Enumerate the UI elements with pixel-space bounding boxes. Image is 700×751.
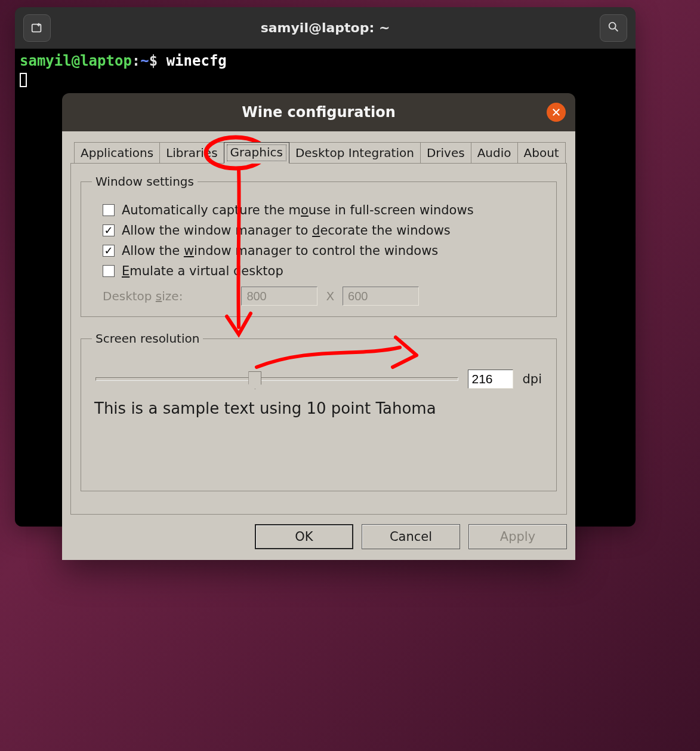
decorate-row: Allow the window manager to decorate the… [103,223,545,238]
wine-config-dialog: Wine configuration Applications Librarie… [62,93,575,560]
dpi-slider-thumb[interactable] [248,371,261,389]
terminal-prompt-path: ~ [140,53,149,69]
wine-client-area: Applications Libraries Graphics Desktop … [62,131,575,560]
terminal-title: samyil@laptop: ~ [261,20,390,35]
terminal-titlebar: samyil@laptop: ~ [15,7,636,49]
dpi-label: dpi [523,372,542,386]
terminal-prompt-user: samyil@laptop [20,53,132,69]
window-settings-group: Window settings Automatically capture th… [81,174,557,317]
tab-strip: Applications Libraries Graphics Desktop … [70,140,567,164]
close-button[interactable] [547,103,566,122]
terminal-prompt-symbol: $ [149,53,166,69]
terminal-prompt-colon: : [132,53,140,69]
decorate-label[interactable]: Allow the window manager to decorate the… [122,223,451,238]
terminal-command: winecfg [166,53,227,69]
svg-point-1 [609,22,616,29]
control-row: Allow the window manager to control the … [103,244,545,258]
apply-button: Apply [468,524,567,549]
dpi-slider-row: dpi [95,370,542,389]
terminal-search-button[interactable] [600,14,627,42]
tab-audio[interactable]: Audio [471,142,518,164]
emulate-checkbox[interactable] [103,265,115,277]
emulate-row: Emulate a virtual desktop [103,264,545,278]
tab-libraries[interactable]: Libraries [159,142,224,164]
desktop-width-input [241,287,317,306]
desktop-height-input [343,287,419,306]
screen-resolution-legend: Screen resolution [92,331,203,346]
tab-desktop-integration[interactable]: Desktop Integration [289,142,421,164]
dpi-input[interactable] [468,370,513,389]
emulate-label[interactable]: Emulate a virtual desktop [122,264,283,278]
sample-text: This is a sample text using 10 point Tah… [94,399,543,417]
new-tab-button[interactable] [23,14,51,42]
tab-about[interactable]: About [517,142,566,164]
window-settings-legend: Window settings [92,174,198,189]
wine-title: Wine configuration [242,104,396,121]
close-icon [552,106,560,119]
dpi-slider[interactable] [95,377,458,381]
wine-titlebar[interactable]: Wine configuration [62,93,575,131]
auto-capture-row: Automatically capture the mouse in full-… [103,203,545,217]
desktop-size-label: Desktop size: [103,289,183,303]
decorate-checkbox[interactable] [103,224,115,236]
tab-drives[interactable]: Drives [420,142,471,164]
auto-capture-checkbox[interactable] [103,204,115,216]
tab-panel: Window settings Automatically capture th… [70,163,567,515]
cancel-button[interactable]: Cancel [362,524,460,549]
auto-capture-label[interactable]: Automatically capture the mouse in full-… [122,203,474,217]
tab-graphics[interactable]: Graphics [224,142,289,164]
desktop-size-row: Desktop size: X [103,287,545,306]
svg-rect-0 [32,24,41,32]
dialog-button-row: OK Cancel Apply [70,524,567,549]
control-label[interactable]: Allow the window manager to control the … [122,244,438,258]
tab-applications[interactable]: Applications [74,142,160,164]
terminal-cursor [20,73,27,87]
size-x-label: X [326,289,334,303]
ok-button[interactable]: OK [255,524,353,549]
control-checkbox[interactable] [103,245,115,257]
new-tab-icon [30,21,44,35]
screen-resolution-group: Screen resolution dpi This is a sample t… [81,331,557,491]
search-icon [607,20,620,36]
